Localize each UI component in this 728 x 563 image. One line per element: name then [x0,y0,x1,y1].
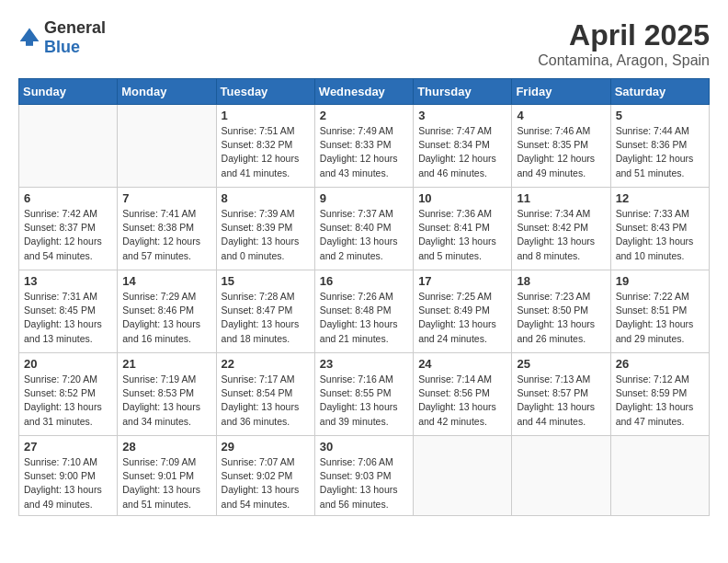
calendar-cell: 11Sunrise: 7:34 AMSunset: 8:42 PMDayligh… [512,188,610,270]
day-number: 5 [616,109,704,122]
day-number: 26 [616,357,704,371]
logo-blue: Blue [44,38,80,56]
day-of-week-header: Wednesday [314,79,413,105]
day-of-week-header: Tuesday [216,79,314,105]
calendar-cell: 27Sunrise: 7:10 AMSunset: 9:00 PMDayligh… [19,436,118,516]
calendar-week-row: 1Sunrise: 7:51 AMSunset: 8:32 PMDaylight… [19,105,710,188]
calendar-week-row: 6Sunrise: 7:42 AMSunset: 8:37 PMDaylight… [19,188,710,270]
day-number: 21 [122,357,210,371]
logo-general: General [44,18,106,37]
calendar-cell [414,436,512,516]
title-area: April 2025 Contamina, Aragon, Spain [538,18,710,69]
day-number: 24 [418,357,506,371]
calendar-cell: 30Sunrise: 7:06 AMSunset: 9:03 PMDayligh… [314,436,413,516]
calendar-cell: 13Sunrise: 7:31 AMSunset: 8:45 PMDayligh… [19,270,118,353]
calendar-cell: 23Sunrise: 7:16 AMSunset: 8:55 PMDayligh… [314,353,413,436]
day-number: 15 [222,274,310,288]
day-number: 16 [320,274,408,288]
day-of-week-header: Sunday [19,79,118,105]
calendar-cell: 2Sunrise: 7:49 AMSunset: 8:33 PMDaylight… [314,105,413,188]
day-info: Sunrise: 7:13 AMSunset: 8:57 PMDaylight:… [517,373,605,429]
calendar-cell: 1Sunrise: 7:51 AMSunset: 8:32 PMDaylight… [216,105,314,188]
day-info: Sunrise: 7:47 AMSunset: 8:34 PMDaylight:… [418,124,506,180]
day-number: 12 [616,191,704,205]
day-info: Sunrise: 7:06 AMSunset: 9:03 PMDaylight:… [320,455,408,511]
day-info: Sunrise: 7:10 AMSunset: 9:00 PMDaylight:… [24,455,112,511]
day-number: 1 [222,109,310,122]
day-info: Sunrise: 7:36 AMSunset: 8:41 PMDaylight:… [418,207,506,263]
day-number: 14 [122,274,210,288]
calendar: SundayMondayTuesdayWednesdayThursdayFrid… [18,78,710,516]
calendar-cell: 7Sunrise: 7:41 AMSunset: 8:38 PMDaylight… [118,188,216,270]
day-info: Sunrise: 7:20 AMSunset: 8:52 PMDaylight:… [24,373,112,429]
calendar-cell: 25Sunrise: 7:13 AMSunset: 8:57 PMDayligh… [512,353,610,436]
day-info: Sunrise: 7:34 AMSunset: 8:42 PMDaylight:… [517,207,605,263]
calendar-cell: 16Sunrise: 7:26 AMSunset: 8:48 PMDayligh… [314,270,413,353]
calendar-cell: 3Sunrise: 7:47 AMSunset: 8:34 PMDaylight… [414,105,512,188]
day-info: Sunrise: 7:25 AMSunset: 8:49 PMDaylight:… [418,290,506,346]
calendar-cell [118,105,216,188]
day-number: 4 [517,109,605,122]
day-number: 3 [418,109,506,122]
day-info: Sunrise: 7:51 AMSunset: 8:32 PMDaylight:… [222,124,310,180]
calendar-cell [512,436,610,516]
location-title: Contamina, Aragon, Spain [538,52,710,69]
calendar-cell: 26Sunrise: 7:12 AMSunset: 8:59 PMDayligh… [610,353,709,436]
day-info: Sunrise: 7:23 AMSunset: 8:50 PMDaylight:… [517,290,605,346]
day-number: 28 [122,440,210,454]
calendar-cell: 8Sunrise: 7:39 AMSunset: 8:39 PMDaylight… [216,188,314,270]
calendar-header-row: SundayMondayTuesdayWednesdayThursdayFrid… [19,79,710,105]
day-info: Sunrise: 7:17 AMSunset: 8:54 PMDaylight:… [222,373,310,429]
day-info: Sunrise: 7:44 AMSunset: 8:36 PMDaylight:… [616,124,704,180]
day-info: Sunrise: 7:31 AMSunset: 8:45 PMDaylight:… [24,290,112,346]
day-number: 11 [517,191,605,205]
calendar-body: 1Sunrise: 7:51 AMSunset: 8:32 PMDaylight… [19,105,710,516]
day-of-week-header: Saturday [610,79,709,105]
day-info: Sunrise: 7:19 AMSunset: 8:53 PMDaylight:… [122,373,210,429]
day-info: Sunrise: 7:07 AMSunset: 9:02 PMDaylight:… [222,455,310,511]
day-number: 20 [24,357,112,371]
day-number: 23 [320,357,408,371]
day-number: 10 [418,191,506,205]
calendar-cell: 5Sunrise: 7:44 AMSunset: 8:36 PMDaylight… [610,105,709,188]
calendar-cell: 17Sunrise: 7:25 AMSunset: 8:49 PMDayligh… [414,270,512,353]
calendar-week-row: 13Sunrise: 7:31 AMSunset: 8:45 PMDayligh… [19,270,710,353]
day-number: 25 [517,357,605,371]
day-info: Sunrise: 7:42 AMSunset: 8:37 PMDaylight:… [24,207,112,263]
day-info: Sunrise: 7:12 AMSunset: 8:59 PMDaylight:… [616,373,704,429]
calendar-cell: 12Sunrise: 7:33 AMSunset: 8:43 PMDayligh… [610,188,709,270]
day-number: 22 [222,357,310,371]
svg-rect-1 [26,41,33,46]
calendar-cell: 6Sunrise: 7:42 AMSunset: 8:37 PMDaylight… [19,188,118,270]
day-info: Sunrise: 7:37 AMSunset: 8:40 PMDaylight:… [320,207,408,263]
day-info: Sunrise: 7:39 AMSunset: 8:39 PMDaylight:… [222,207,310,263]
calendar-cell: 4Sunrise: 7:46 AMSunset: 8:35 PMDaylight… [512,105,610,188]
calendar-cell: 28Sunrise: 7:09 AMSunset: 9:01 PMDayligh… [118,436,216,516]
day-number: 27 [24,440,112,454]
calendar-week-row: 20Sunrise: 7:20 AMSunset: 8:52 PMDayligh… [19,353,710,436]
calendar-cell: 21Sunrise: 7:19 AMSunset: 8:53 PMDayligh… [118,353,216,436]
calendar-cell: 24Sunrise: 7:14 AMSunset: 8:56 PMDayligh… [414,353,512,436]
day-info: Sunrise: 7:29 AMSunset: 8:46 PMDaylight:… [122,290,210,346]
day-info: Sunrise: 7:28 AMSunset: 8:47 PMDaylight:… [222,290,310,346]
calendar-cell: 20Sunrise: 7:20 AMSunset: 8:52 PMDayligh… [19,353,118,436]
day-info: Sunrise: 7:16 AMSunset: 8:55 PMDaylight:… [320,373,408,429]
day-number: 6 [24,191,112,205]
day-number: 2 [320,109,408,122]
day-info: Sunrise: 7:09 AMSunset: 9:01 PMDaylight:… [122,455,210,511]
day-number: 30 [320,440,408,454]
calendar-week-row: 27Sunrise: 7:10 AMSunset: 9:00 PMDayligh… [19,436,710,516]
day-info: Sunrise: 7:49 AMSunset: 8:33 PMDaylight:… [320,124,408,180]
calendar-cell [610,436,709,516]
day-info: Sunrise: 7:26 AMSunset: 8:48 PMDaylight:… [320,290,408,346]
calendar-cell: 14Sunrise: 7:29 AMSunset: 8:46 PMDayligh… [118,270,216,353]
calendar-cell [19,105,118,188]
calendar-cell: 9Sunrise: 7:37 AMSunset: 8:40 PMDaylight… [314,188,413,270]
calendar-cell: 19Sunrise: 7:22 AMSunset: 8:51 PMDayligh… [610,270,709,353]
day-info: Sunrise: 7:14 AMSunset: 8:56 PMDaylight:… [418,373,506,429]
month-title: April 2025 [538,18,710,52]
day-number: 19 [616,274,704,288]
calendar-cell: 29Sunrise: 7:07 AMSunset: 9:02 PMDayligh… [216,436,314,516]
day-number: 9 [320,191,408,205]
day-number: 13 [24,274,112,288]
